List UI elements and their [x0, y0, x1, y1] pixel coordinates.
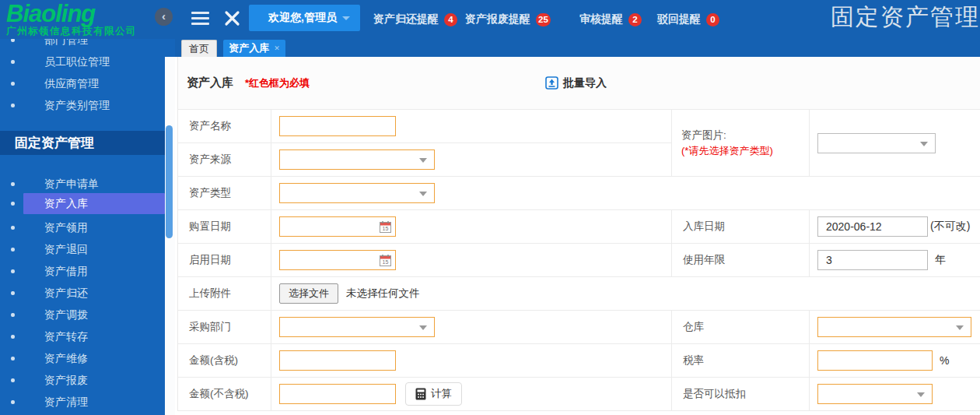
- tax-rate-label: 税率: [672, 344, 810, 378]
- page-title: 资产入库: [187, 76, 233, 90]
- bullet-icon: [11, 335, 15, 339]
- purchase-dept-label: 采购部门: [178, 311, 271, 344]
- logo-brand: Biaoling: [6, 2, 137, 26]
- sidebar-scrollbar-handle[interactable]: [166, 125, 173, 238]
- notif-item-asset-return[interactable]: 资产归还提醒 4: [373, 0, 457, 39]
- chevron-down-icon: [920, 142, 928, 150]
- purchase-dept-select[interactable]: [279, 317, 435, 337]
- enable-date-label: 启用日期: [178, 244, 271, 277]
- sidebar-item-asset-restore[interactable]: 资产转存: [23, 326, 165, 347]
- topbar: ‹ 欢迎您,管理员 资产归还提醒 4 资产报废提醒 25 审核提醒 2 驳回提醒…: [0, 0, 980, 39]
- amount-excl-tax-label: 金额(不含税): [178, 378, 271, 411]
- deductible-label: 是否可以抵扣: [672, 378, 810, 411]
- main-content: 资产入库 *红色框为必填 批量导入 资产名称 资产图片: (*请先选择资产类型): [175, 57, 980, 415]
- logo-company: 广州标领信息科技有限公司: [6, 26, 137, 37]
- no-file-text: 未选择任何文件: [346, 287, 420, 301]
- asset-type-select[interactable]: [279, 183, 435, 203]
- calculate-button[interactable]: 计算: [405, 382, 462, 406]
- useful-life-input[interactable]: [817, 250, 928, 270]
- warehouse-label: 仓库: [672, 311, 810, 344]
- sidebar-collapse-button[interactable]: ‹: [155, 8, 173, 26]
- tax-rate-input[interactable]: [817, 350, 933, 371]
- choose-file-button[interactable]: 选择文件: [279, 283, 338, 304]
- calendar-icon[interactable]: 15: [380, 220, 391, 233]
- sidebar-item-asset-giveback[interactable]: 资产归还: [23, 283, 165, 304]
- useful-life-unit: 年: [935, 253, 946, 267]
- bullet-icon: [11, 269, 15, 273]
- tab-asset-inbound[interactable]: 资产入库 ✕: [223, 40, 285, 57]
- tax-rate-unit: %: [940, 354, 949, 367]
- sidebar-item-asset-request[interactable]: 资产申请单: [23, 174, 165, 195]
- notif-badge: 4: [444, 13, 457, 26]
- inbound-date-note: (不可改): [930, 220, 970, 234]
- asset-image-label-cell: 资产图片: (*请先选择资产类型): [672, 110, 810, 177]
- close-icon[interactable]: [224, 10, 240, 26]
- notif-badge: 25: [536, 13, 551, 26]
- tab-home[interactable]: 首页: [181, 40, 217, 57]
- sidebar-item-asset-category-mgmt[interactable]: 资产类别管理: [23, 95, 165, 116]
- bullet-icon: [11, 291, 15, 295]
- chevron-down-icon: [917, 392, 925, 401]
- sidebar-item-asset-issue[interactable]: 资产领用: [23, 217, 165, 238]
- upload-icon: [545, 76, 558, 90]
- asset-name-input[interactable]: [279, 116, 396, 136]
- asset-source-select[interactable]: [279, 149, 435, 170]
- asset-inbound-form: 资产名称 资产图片: (*请先选择资产类型) 资产来源 资产类型 购置日期: [177, 109, 980, 411]
- tab-strip: 首页 资产入库 ✕: [175, 39, 980, 57]
- sidebar-section-fixed-assets: 固定资产管理: [0, 131, 165, 155]
- sidebar-item-asset-borrow[interactable]: 资产借用: [23, 261, 165, 282]
- asset-image-note: (*请先选择资产类型): [681, 143, 773, 159]
- welcome-user-button[interactable]: 欢迎您,管理员: [249, 5, 360, 31]
- amount-incl-tax-label: 金额(含税): [178, 344, 271, 378]
- sidebar-item-asset-transfer[interactable]: 资产调拨: [23, 304, 165, 325]
- bullet-icon: [11, 182, 15, 186]
- bullet-icon: [11, 82, 15, 86]
- notif-item-asset-scrap[interactable]: 资产报废提醒 25: [465, 0, 551, 39]
- attachment-label: 上传附件: [178, 277, 271, 311]
- menu-icon[interactable]: [191, 12, 209, 28]
- calculator-icon: [415, 388, 426, 400]
- notif-item-audit[interactable]: 审核提醒 2: [579, 0, 642, 39]
- welcome-label: 欢迎您,管理员: [268, 11, 337, 25]
- sidebar-item-asset-repair[interactable]: 资产维修: [23, 348, 165, 369]
- bullet-icon: [11, 202, 15, 206]
- app-window: ‹ 欢迎您,管理员 资产归还提醒 4 资产报废提醒 25 审核提醒 2 驳回提醒…: [0, 0, 980, 415]
- bullet-icon: [11, 357, 15, 360]
- panel-header: 资产入库 *红色框为必填 批量导入: [177, 57, 980, 109]
- warehouse-select[interactable]: [817, 317, 971, 337]
- logo: Biaoling 广州标领信息科技有限公司: [6, 2, 137, 37]
- purchase-date-label: 购置日期: [178, 210, 271, 244]
- bullet-icon: [11, 226, 15, 230]
- svg-text:15: 15: [383, 259, 389, 265]
- sidebar-item-asset-scrap[interactable]: 资产报废: [23, 370, 165, 391]
- notif-item-reject[interactable]: 驳回提醒 0: [657, 0, 719, 39]
- app-title: 固定资产管理: [831, 2, 980, 33]
- chevron-down-icon: [342, 16, 350, 24]
- bullet-icon: [11, 104, 15, 107]
- bullet-icon: [11, 60, 15, 64]
- chevron-down-icon: [419, 158, 427, 167]
- amount-incl-tax-input[interactable]: [279, 350, 396, 371]
- chevron-down-icon: [419, 325, 427, 334]
- sidebar-item-asset-cleanup[interactable]: 资产清理: [23, 392, 165, 413]
- sidebar-item-employee-position-mgmt[interactable]: 员工职位管理: [23, 51, 165, 72]
- notif-badge: 0: [706, 13, 719, 26]
- bullet-icon: [11, 248, 15, 251]
- enable-date-input[interactable]: [279, 250, 396, 270]
- asset-image-select[interactable]: [817, 133, 936, 153]
- sidebar-item-asset-return-back[interactable]: 资产退回: [23, 239, 165, 260]
- sidebar-item-supplier-mgmt[interactable]: 供应商管理: [23, 73, 165, 94]
- calendar-icon[interactable]: 15: [380, 254, 391, 266]
- deductible-select[interactable]: [817, 384, 933, 404]
- purchase-date-input[interactable]: [279, 216, 396, 237]
- bullet-icon: [11, 400, 15, 404]
- sidebar-item-asset-inbound[interactable]: 资产入库: [23, 193, 165, 214]
- amount-excl-tax-input[interactable]: [279, 384, 396, 404]
- tab-close-icon[interactable]: ✕: [274, 44, 280, 52]
- inbound-date-input[interactable]: [817, 216, 928, 237]
- asset-source-label: 资产来源: [178, 143, 271, 177]
- notif-badge: 2: [628, 13, 642, 26]
- bulk-import-button[interactable]: 批量导入: [545, 76, 607, 90]
- sidebar-scrollbar-track[interactable]: [165, 57, 175, 415]
- sidebar: 部门管理 员工职位管理 供应商管理 资产类别管理 固定资产管理 资产申请单 资产…: [0, 39, 175, 415]
